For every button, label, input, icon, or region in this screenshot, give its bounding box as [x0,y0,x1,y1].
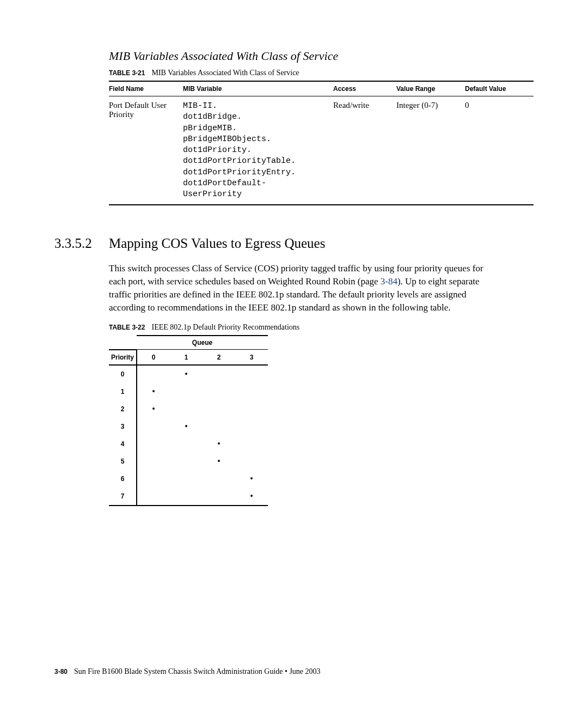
row-label: 4 [109,435,137,453]
dot-icon: • [170,365,203,383]
th-default-value: Default Value [465,81,534,96]
heading-text: Mapping COS Values to Egress Queues [109,236,325,251]
cell-field-name: Port Default User Priority [109,96,183,205]
priority-row-1: 1 • [109,383,268,400]
th-field-name: Field Name [109,81,183,96]
table-label: TABLE 3-21 [109,69,145,77]
row-label: 5 [109,453,137,470]
col-1: 1 [170,350,203,365]
dot-icon: • [203,453,235,470]
cell-access: Read/write [333,96,396,205]
page-footer: 3-80Sun Fire B1600 Blade System Chassis … [54,667,321,676]
table-3-22: Queue Priority 0 1 2 3 0 • 1 • 2 • [109,335,268,506]
body-paragraph: This switch processes Class of Service (… [109,262,490,314]
priority-row-5: 5 • [109,453,268,470]
row-label: 7 [109,488,137,506]
dot-icon: • [235,470,268,488]
row-label: 1 [109,383,137,400]
cell-value-range: Integer (0-7) [396,96,465,205]
cell-mib-variable: MIB-II. dot1dBridge. pBridgeMIB. pBridge… [183,96,333,205]
page-number: 3-80 [54,668,68,675]
table-3-22-caption: TABLE 3-22IEEE 802.1p Default Priority R… [109,323,534,332]
row-label: 6 [109,470,137,488]
dot-icon: • [137,383,170,400]
priority-row-6: 6 • [109,470,268,488]
th-mib-variable: MIB Variable [183,81,333,96]
priority-row-7: 7 • [109,488,268,506]
heading-number: 3.3.5.2 [27,236,109,251]
table-3-21-caption: TABLE 3-21MIB Variables Associated With … [109,69,534,77]
section-subheading: MIB Variables Associated With Class of S… [109,49,534,63]
priority-row-0: 0 • [109,365,268,383]
col-0: 0 [137,350,170,365]
th-access: Access [333,81,396,96]
table-3-21: Field Name MIB Variable Access Value Ran… [109,81,534,205]
footer-text: Sun Fire B1600 Blade System Chassis Swit… [74,667,321,675]
dot-icon: • [137,400,170,418]
col-3: 3 [235,350,268,365]
priority-row-2: 2 • [109,400,268,418]
priority-header: Priority [109,350,137,365]
row-label: 3 [109,418,137,435]
priority-row-4: 4 • [109,435,268,453]
dot-icon: • [203,435,235,453]
queue-header: Queue [137,336,268,350]
table-row: Port Default User Priority MIB-II. dot1d… [109,96,534,205]
table-caption-text: MIB Variables Associated With Class of S… [151,69,299,77]
th-value-range: Value Range [396,81,465,96]
page-link[interactable]: 3-84 [381,276,397,287]
table-label: TABLE 3-22 [109,324,145,331]
cell-default-value: 0 [465,96,534,205]
priority-row-3: 3 • [109,418,268,435]
section-heading: 3.3.5.2 Mapping COS Values to Egress Que… [54,236,534,251]
row-label: 2 [109,400,137,418]
col-2: 2 [203,350,235,365]
dot-icon: • [170,418,203,435]
dot-icon: • [235,488,268,506]
table-caption-text: IEEE 802.1p Default Priority Recommendat… [151,323,299,331]
row-label: 0 [109,365,137,383]
